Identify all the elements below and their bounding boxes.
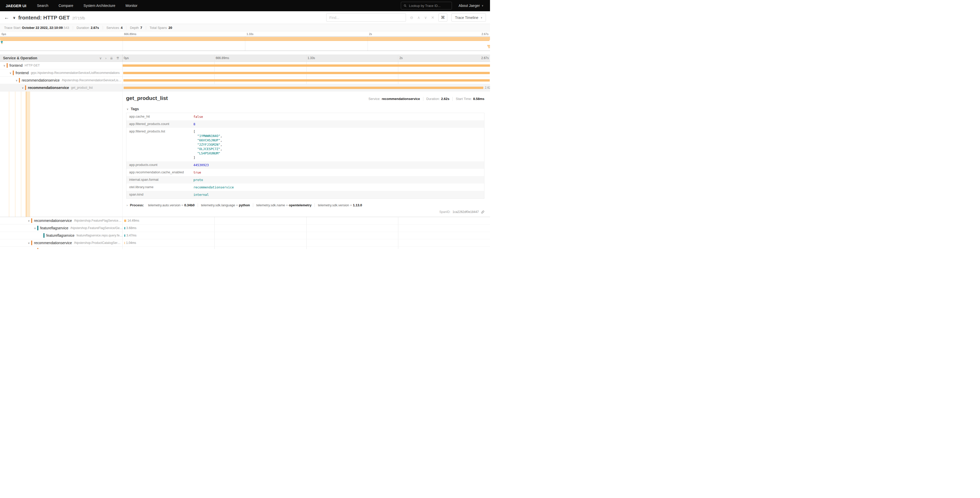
trace-view-selector[interactable]: Trace Timeline ∨: [452, 13, 486, 22]
detail-meta-value: 2.62s: [441, 97, 450, 101]
span-bar-cell[interactable]: [123, 247, 490, 249]
tick-label: 1.33s: [245, 32, 253, 35]
process-tag: telemetry.sdk.version = 1.13.0: [315, 203, 365, 207]
back-button[interactable]: ←: [4, 14, 13, 21]
span-name-cell[interactable]: ∨frontendgrpc.hipstershop.Recommendation…: [0, 69, 123, 77]
span-name-cell[interactable]: featureflagservicefeatureflagservice.rep…: [0, 232, 123, 239]
find-prev-icon[interactable]: ∧: [417, 15, 420, 20]
chevron-down-icon[interactable]: ∨: [2, 64, 6, 67]
span-bar[interactable]: [123, 79, 490, 81]
about-jaeger-menu[interactable]: About Jaeger ∨: [457, 3, 490, 8]
span-row[interactable]: ∨recommendationservice/hipstershop.Produ…: [0, 239, 490, 247]
span-row[interactable]: ∨recommendationserviceget_product_list2.…: [0, 84, 490, 91]
tag-key: app.products.count: [126, 161, 191, 169]
span-name-cell[interactable]: ∨recommendationservice/hipstershop.Produ…: [0, 239, 123, 247]
summary-label: Depth: [130, 26, 139, 30]
span-name-cell[interactable]: ∨frontendHTTP GET: [0, 62, 123, 69]
span-detail-panel: get_product_list Service:recommendations…: [123, 91, 490, 217]
service-color-strip: [37, 226, 38, 230]
zoom-out-icon[interactable]: ⊖: [410, 15, 414, 20]
span-name-cell[interactable]: ∨recommendationservice/hipstershop.Featu…: [0, 217, 123, 225]
link-icon[interactable]: [481, 211, 484, 214]
trace-lookup-input[interactable]: [409, 3, 449, 8]
nav-items: SearchCompareSystem ArchitectureMonitor: [32, 0, 143, 11]
span-bar-cell[interactable]: 14.49ms: [123, 217, 490, 225]
collapse-one-icon[interactable]: ∨: [99, 56, 102, 60]
summary-label: Total Spans: [150, 26, 167, 30]
chevron-down-icon[interactable]: ∨: [14, 79, 19, 82]
span-bar-cell[interactable]: 1.04ms: [123, 239, 490, 247]
span-bar[interactable]: [124, 87, 484, 89]
span-duration-label: 1.04ms: [126, 241, 136, 245]
keyboard-shortcuts-button[interactable]: ⌘: [438, 13, 447, 22]
span-row[interactable]: ∨featureflagservice/hipstershop.FeatureF…: [0, 225, 490, 232]
process-tag-equals: =: [235, 203, 239, 207]
service-color-strip: [6, 63, 8, 68]
span-bar[interactable]: [124, 220, 126, 222]
chevron-down-icon[interactable]: ∨: [8, 72, 13, 74]
tags-section-toggle[interactable]: ∨ Tags: [126, 106, 485, 113]
chevron-down-icon[interactable]: ∨: [21, 86, 25, 89]
nav-item-search[interactable]: Search: [32, 0, 53, 11]
find-clear-icon[interactable]: ✕: [431, 15, 434, 20]
span-row[interactable]: [0, 247, 490, 249]
span-name-cell[interactable]: ∨featureflagservice/hipstershop.FeatureF…: [0, 225, 123, 232]
trace-minimap[interactable]: [0, 36, 490, 51]
span-bar[interactable]: [123, 72, 490, 74]
span-name-cell[interactable]: [0, 247, 123, 249]
expand-one-icon[interactable]: ›: [105, 56, 106, 60]
summary-label: Trace Start: [4, 26, 21, 30]
span-bar[interactable]: [124, 235, 125, 237]
summary-item: Depth7: [126, 26, 146, 30]
nav-item-system-architecture[interactable]: System Architecture: [78, 0, 121, 11]
service-name: frontend: [10, 64, 22, 67]
service-color-strip: [43, 233, 45, 238]
trace-lookup-search[interactable]: [401, 2, 452, 10]
find-input[interactable]: [326, 13, 406, 22]
process-tag-value: opentelemetry: [289, 203, 312, 207]
span-row[interactable]: ∨frontendgrpc.hipstershop.Recommendation…: [0, 69, 490, 77]
collapse-all-icon[interactable]: ⇊: [110, 56, 113, 60]
operation-name: /hipstershop.ProductCatalogSer…: [74, 241, 121, 245]
tick-label: 2s: [398, 56, 402, 60]
chevron-down-icon[interactable]: ∨: [27, 219, 31, 222]
span-row[interactable]: ∨recommendationservice/hipstershop.Featu…: [0, 217, 490, 225]
span-row[interactable]: ∨frontendHTTP GET: [0, 62, 490, 69]
span-bar-cell[interactable]: 3.47ms: [123, 232, 490, 239]
span-operation-title: get_product_list: [126, 95, 168, 101]
span-row[interactable]: featureflagservicefeatureflagservice.rep…: [0, 232, 490, 239]
operation-name: get_product_list: [71, 86, 93, 89]
tag-key: span.kind: [126, 191, 191, 199]
expand-all-icon[interactable]: ⇈: [116, 56, 119, 60]
search-icon: [404, 4, 407, 7]
timeline-gridline: [214, 54, 215, 62]
detail-meta-value: 8.58ms: [473, 97, 484, 101]
chevron-down-icon[interactable]: ∨: [27, 242, 31, 244]
app-logo[interactable]: JAEGER UI: [0, 3, 32, 8]
span-row[interactable]: ∨recommendationservice/hipstershop.Recom…: [0, 77, 490, 84]
span-bar[interactable]: [124, 242, 125, 244]
span-bar-cell[interactable]: [123, 77, 490, 84]
chevron-down-icon[interactable]: ∨: [33, 227, 37, 230]
nav-item-monitor[interactable]: Monitor: [120, 0, 143, 11]
span-bar-cell[interactable]: 3.68ms: [123, 225, 490, 232]
summary-value: 20: [169, 26, 172, 30]
nav-item-compare[interactable]: Compare: [53, 0, 78, 11]
span-name-cell[interactable]: ∨recommendationservice/hipstershop.Recom…: [0, 77, 123, 84]
service-name: recommendationservice: [22, 78, 60, 82]
span-bar[interactable]: [123, 64, 490, 67]
back-arrow-icon: ←: [4, 14, 9, 20]
detail-meta-item: Start Time:8.58ms: [452, 97, 484, 101]
span-bar[interactable]: [124, 227, 125, 229]
trace-collapse-toggle[interactable]: ∨: [13, 16, 16, 20]
find-next-icon[interactable]: ∨: [424, 15, 427, 20]
span-detail-row: get_product_list Service:recommendations…: [0, 91, 490, 217]
process-row[interactable]: › Process: telemetry.auto.version = 0.34…: [126, 203, 485, 207]
span-bar-cell[interactable]: [123, 69, 490, 77]
span-detail-header: get_product_list Service:recommendations…: [126, 95, 485, 101]
span-name-cell[interactable]: ∨recommendationserviceget_product_list: [0, 84, 123, 91]
span-rows-top: ∨frontendHTTP GET∨frontendgrpc.hipstersh…: [0, 62, 490, 91]
span-bar-cell[interactable]: [123, 62, 490, 69]
span-bar-cell[interactable]: 2.62s: [123, 84, 490, 91]
chevron-right-icon: ›: [127, 203, 128, 207]
